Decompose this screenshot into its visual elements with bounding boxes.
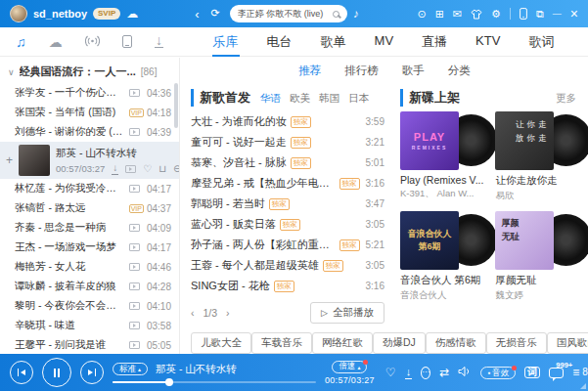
album-cover[interactable]: 音浪合伙人第6期 xyxy=(400,211,459,270)
lyrics-button[interactable]: 词 xyxy=(524,367,540,378)
more-link[interactable]: 更多 xyxy=(556,92,576,106)
phone-icon[interactable] xyxy=(520,8,527,20)
chevron-down-icon[interactable]: ∨ xyxy=(8,67,15,77)
download-icon[interactable]: ↓ xyxy=(405,367,413,379)
tab-music-library[interactable]: 乐库 xyxy=(212,27,240,57)
player-song-title[interactable]: 那英 - 山不转水转 xyxy=(156,363,237,376)
tab-playlists[interactable]: 歌单 xyxy=(320,27,347,57)
new-song-row[interactable]: 慕寒、汐音社 - 脉脉 独家 5:01 xyxy=(191,152,384,173)
favorite-icon[interactable]: ♡ xyxy=(385,367,396,378)
tab-mv[interactable]: MV xyxy=(374,27,395,57)
album-cover[interactable]: 厚颜无耻 xyxy=(495,211,554,270)
sidebar-song-row[interactable]: 梅艳芳 - 女人花 04:46 xyxy=(0,257,179,277)
mv-icon[interactable] xyxy=(129,282,140,290)
download-manager-icon[interactable]: ↓ xyxy=(155,35,163,48)
new-song-row[interactable]: 童可可 - 说好一起走 独家 3:21 xyxy=(191,132,384,152)
sidebar-song-row[interactable]: 黎明 - 今夜你会不会来 (国语) 04:10 xyxy=(0,296,179,316)
category-tag[interactable]: 无损音乐 xyxy=(486,332,547,354)
filter-chinese[interactable]: 华语 xyxy=(260,92,281,106)
progress-bar[interactable] xyxy=(113,381,316,383)
play-queue-button[interactable]: ≡ 86 xyxy=(572,367,588,378)
filter-western[interactable]: 欧美 xyxy=(290,92,310,106)
category-tag[interactable]: 网络红歌 xyxy=(312,332,373,354)
mv-icon[interactable] xyxy=(129,224,140,232)
mini-mode-icon[interactable]: ⧉ xyxy=(536,8,544,21)
album-title[interactable]: 厚颜无耻 xyxy=(495,274,576,287)
username[interactable]: sd_netboy xyxy=(33,8,87,20)
sidebar-song-row[interactable]: 谭咏麟 - 披着羊皮的狼 04:28 xyxy=(0,277,179,296)
mv-icon[interactable] xyxy=(129,243,140,251)
category-tag[interactable]: 国风歌曲 xyxy=(547,332,588,354)
sidebar-song-row[interactable]: 齐秦 - 思念是一种病 04:09 xyxy=(0,218,179,238)
mv-icon[interactable] xyxy=(129,322,140,329)
category-tag[interactable]: 劲爆DJ xyxy=(373,332,426,354)
album-card[interactable]: 音浪合伙人第6期 音浪合伙人 第6期 音浪合伙人 xyxy=(400,211,483,302)
sound-effect-button[interactable]: ●音效 xyxy=(480,367,516,379)
sidebar-song-row[interactable]: 王杰 - 一场游戏一场梦 04:17 xyxy=(0,238,179,257)
album-card[interactable]: 让你走放你走 让你走放你走 易欣 xyxy=(495,111,576,202)
album-cover[interactable]: 让你走放你走 xyxy=(495,111,554,170)
sidebar-song-row[interactable]: 辛晓琪 - 味道 03:58 xyxy=(0,316,179,335)
cloud-sync-icon[interactable]: ☁ xyxy=(126,8,138,20)
delete-icon[interactable]: ⊔ xyxy=(158,164,166,174)
more-options-icon[interactable]: ⋯ xyxy=(421,367,430,379)
album-artist[interactable]: K-391、 Alan W... xyxy=(400,188,483,200)
pager-prev-icon[interactable]: ‹ xyxy=(191,307,195,319)
tab-radio[interactable]: 电台 xyxy=(266,27,294,57)
tab-live[interactable]: 直播 xyxy=(421,27,448,57)
new-song-row[interactable]: 郭聪明 - 若当时 独家 3:47 xyxy=(191,194,384,214)
mv-icon[interactable] xyxy=(129,263,140,271)
album-artist[interactable]: 魏文婷 xyxy=(495,289,576,302)
new-song-row[interactable]: 孙子涵 - 两人份【彩虹的重力电视... 独家 5:21 xyxy=(191,235,384,255)
sidebar-song-row[interactable]: 张国荣 - 当年情 (国语) VIP 04:18 xyxy=(0,103,179,122)
speed-selector[interactable]: 倍速▴ xyxy=(332,361,367,373)
svip-badge[interactable]: SVIP xyxy=(93,8,120,20)
mv-icon[interactable] xyxy=(129,128,140,136)
album-artist[interactable]: 易欣 xyxy=(495,190,576,202)
comments-icon[interactable]: 999+ xyxy=(549,368,564,378)
apps-icon[interactable]: ⊞ xyxy=(435,8,444,21)
resize-grip[interactable] xyxy=(580,383,586,389)
album-title[interactable]: 让你走放你走 xyxy=(495,174,576,188)
filter-korean[interactable]: 韩国 xyxy=(319,92,339,106)
dynamic-icon[interactable]: ⊙ xyxy=(417,8,426,21)
category-tag[interactable]: 车载音乐 xyxy=(251,332,312,354)
sidebar-song-row[interactable]: 刘德华 - 谢谢你的爱 (国语) 04:39 xyxy=(0,122,179,142)
new-song-row[interactable]: SING女团 - 花枪 独家 3:16 xyxy=(191,276,384,296)
refresh-icon[interactable]: ⟳ xyxy=(211,7,220,22)
quality-selector[interactable]: 标准▴ xyxy=(113,363,148,375)
settings-icon[interactable]: ⚙ xyxy=(491,8,501,21)
pause-button[interactable] xyxy=(42,358,71,387)
new-song-row[interactable]: 大壮 - 为谁而化的妆 独家 3:59 xyxy=(191,111,384,132)
play-all-button[interactable]: ▷ 全部播放 xyxy=(310,302,384,324)
back-icon[interactable]: ‹ xyxy=(195,7,199,22)
minimize-icon[interactable]: — xyxy=(553,9,562,19)
radio-icon[interactable] xyxy=(85,34,100,50)
sidebar-song-row[interactable]: 王馨平 - 别问我是谁 05:05 xyxy=(0,335,179,354)
pager-next-icon[interactable]: › xyxy=(226,307,230,319)
search-input[interactable] xyxy=(238,9,329,19)
sidebar-song-row[interactable]: 张镐哲 - 路太远 VIP 04:37 xyxy=(0,198,179,218)
subtab-categories[interactable]: 分类 xyxy=(448,64,471,78)
tab-ktv[interactable]: KTV xyxy=(475,27,501,57)
device-icon[interactable] xyxy=(122,35,132,48)
category-tag[interactable]: 伤感情歌 xyxy=(426,332,486,354)
sidebar-song-row[interactable]: 林忆莲 - 为你我受冷风吹 04:17 xyxy=(0,179,179,198)
previous-button[interactable] xyxy=(10,361,33,384)
add-icon[interactable]: + xyxy=(6,153,13,167)
search-box[interactable] xyxy=(230,5,347,22)
new-song-row[interactable]: 蓝心羽 - 贩卖日落 独家 3:05 xyxy=(191,214,384,235)
new-song-row[interactable]: 王蓉 - 每个人都是超级英雄 独家 3:05 xyxy=(191,255,384,276)
mv-icon[interactable] xyxy=(125,165,136,173)
now-playing-thumbnail[interactable] xyxy=(19,145,50,176)
album-cover[interactable]: PLAYREMIXES xyxy=(400,111,459,170)
mv-icon[interactable] xyxy=(129,89,140,97)
mv-icon[interactable] xyxy=(129,185,140,193)
favorite-icon[interactable]: ♡ xyxy=(143,164,152,174)
sidebar-scrollbar[interactable] xyxy=(174,83,178,128)
skin-icon[interactable] xyxy=(471,9,482,20)
playlist-header[interactable]: ∨ 经典国语流行：一人一... [86] xyxy=(0,58,179,83)
album-title[interactable]: 音浪合伙人 第6期 xyxy=(400,274,483,287)
song-recognition-icon[interactable]: ♪ xyxy=(353,8,359,20)
new-song-row[interactable]: 摩登兄弟 - 戒【热血少年电视剧片... 独家 3:16 xyxy=(191,173,384,194)
